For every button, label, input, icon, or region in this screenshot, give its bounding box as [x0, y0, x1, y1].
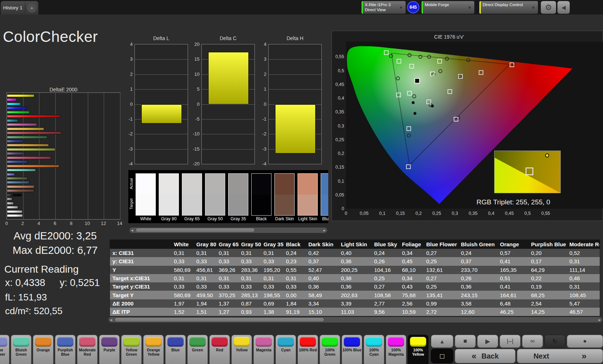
- refresh-button[interactable]: ↻: [544, 335, 565, 348]
- meter-dropdown[interactable]: X-Rite i1Pro 3 Direct View ▼: [362, 1, 406, 14]
- add-tab-button[interactable]: +: [27, 3, 37, 13]
- patch-button-label: Blue: [166, 348, 185, 352]
- table-value: 0,41: [497, 283, 529, 290]
- patch-button-bluish-green[interactable]: Bluish Green: [11, 335, 31, 364]
- table-value: 369,26: [216, 267, 239, 273]
- gridline: [135, 89, 188, 90]
- table-value: 0,19: [529, 283, 567, 290]
- table-scrollbar[interactable]: ◄ ►: [108, 317, 602, 322]
- gridline: [120, 93, 120, 219]
- patch-button-100-magenta[interactable]: 100% Magenta: [386, 335, 406, 364]
- chevron-down-icon[interactable]: ▼: [398, 4, 404, 11]
- stop-icon: ■: [463, 338, 467, 345]
- scroll-up-button[interactable]: ▲: [431, 335, 453, 348]
- stop-button[interactable]: ■: [455, 335, 476, 348]
- patch-button-100-green[interactable]: 100% Green: [320, 335, 340, 364]
- patch-button-magenta[interactable]: Magenta: [253, 335, 274, 364]
- play-button[interactable]: ▶: [477, 335, 498, 348]
- gridline: [135, 149, 188, 150]
- row-label: y: CIE31: [110, 258, 171, 264]
- scroll-left-icon[interactable]: ◄: [129, 228, 135, 233]
- patch-button-yellow-green[interactable]: Yellow Green: [121, 335, 142, 364]
- table-row: Target x:CIE310,310,310,310,310,310,310,…: [110, 274, 600, 282]
- table-value: 0,31: [239, 275, 261, 281]
- back-button[interactable]: « Back: [455, 349, 516, 363]
- patch-button-yellow[interactable]: Yellow: [231, 335, 252, 364]
- table-value: 0,00: [283, 292, 306, 298]
- y-tick-label: 2: [256, 72, 266, 77]
- gridline: [269, 59, 321, 60]
- measurement-table: WhiteGray 80Gray 65Gray 50Gray 35BlackDa…: [110, 239, 600, 316]
- patch-button-blue[interactable]: Blue: [165, 335, 186, 364]
- gear-icon: ⚙: [545, 3, 552, 12]
- patch-button-red[interactable]: Red: [209, 335, 230, 364]
- y-tick-label: -5: [189, 116, 200, 122]
- patch-button-cyan[interactable]: Cyan: [275, 335, 296, 364]
- record-button[interactable]: ●: [567, 335, 603, 348]
- table-value: 0,24: [458, 250, 497, 256]
- x-tick-label: 14: [114, 221, 126, 226]
- table-value: 0,43: [399, 283, 424, 290]
- chevron-down-icon[interactable]: ▼: [466, 4, 473, 11]
- swatch-target: [252, 195, 271, 216]
- patch-color-chip: [13, 337, 29, 347]
- y-tick-label: 15: [189, 56, 200, 62]
- bar-purplish-blue: [7, 160, 27, 163]
- patch-button-100-yellow[interactable]: 100% Yellow: [408, 335, 428, 364]
- scroll-right-icon[interactable]: ►: [597, 317, 602, 322]
- patch-button-purplish-blue[interactable]: Purplish Blue: [55, 335, 76, 364]
- tab-divider: [25, 3, 25, 13]
- patch-button-blue-flower[interactable]: Blue Flower: [0, 335, 9, 364]
- triangle-up-icon: ▲: [440, 338, 445, 344]
- table-value: 0,31: [194, 275, 216, 281]
- patch-button-green[interactable]: Green: [187, 335, 208, 364]
- continuous-measure-button[interactable]: ∞: [522, 335, 543, 348]
- pattern-size-button[interactable]: |–|: [500, 335, 521, 348]
- patch-button-100-blue[interactable]: 100% Blue: [342, 335, 362, 364]
- table-row: Y580,69456,81369,26283,36195,200,5552,47…: [110, 266, 600, 274]
- table-value: 6,48: [497, 300, 529, 307]
- next-button[interactable]: Next »: [517, 349, 603, 363]
- collapse-panel-button[interactable]: ◀: [557, 1, 570, 14]
- patch-button-100-red[interactable]: 100% Red: [298, 335, 318, 364]
- swatch-scrollbar[interactable]: ◄ ►: [129, 228, 327, 233]
- bar-gray-65: [7, 206, 18, 209]
- inset-target-dot: [545, 153, 549, 157]
- table-value: 15,10: [306, 309, 338, 315]
- scroll-left-icon[interactable]: ◄: [108, 317, 114, 322]
- swatch-actual: [321, 174, 328, 195]
- meter-status-indicator: [362, 1, 363, 14]
- patch-button-100-cyan[interactable]: 100% Cyan: [364, 335, 384, 364]
- table-value: 580,69: [171, 267, 194, 273]
- tab-history-1[interactable]: History 1: [1, 5, 25, 10]
- table-value: 0,33: [194, 258, 216, 264]
- cie-chromaticity-diagram: [346, 42, 603, 209]
- table-value: 46,25: [497, 309, 529, 315]
- cie-y-tick-label: 0,3: [331, 124, 344, 129]
- pattern-window-button[interactable]: □: [431, 349, 453, 363]
- swatch-scrollbar-thumb[interactable]: [136, 228, 255, 233]
- patch-button-orange-yellow[interactable]: Orange Yellow: [143, 335, 164, 364]
- workflow-dropdown[interactable]: Direct Display Control ▼: [479, 1, 538, 14]
- settings-button[interactable]: ⚙: [541, 1, 556, 14]
- table-value: 0,27: [372, 283, 399, 290]
- back-label: Back: [482, 352, 499, 360]
- table-value: 0,31: [171, 250, 194, 256]
- cie-y-tick-label: 0,45: [331, 82, 344, 87]
- table-value: 370,25: [216, 292, 239, 298]
- table-scrollbar-thumb[interactable]: [115, 317, 324, 322]
- column-header-orange: Orange: [497, 241, 529, 247]
- table-value: 233,70: [458, 267, 497, 273]
- patch-button-moderate-red[interactable]: Moderate Red: [77, 335, 98, 364]
- patch-button-orange[interactable]: Orange: [33, 335, 54, 364]
- scroll-right-icon[interactable]: ►: [322, 228, 327, 233]
- page-title: ColorChecker: [3, 28, 98, 46]
- patch-color-chip: [322, 337, 338, 347]
- patch-button-label: Blue Flower: [0, 348, 9, 356]
- swatch-actual: [205, 174, 225, 195]
- swatch-label: Black: [251, 216, 271, 221]
- chevron-down-icon[interactable]: ▼: [530, 4, 536, 11]
- source-dropdown[interactable]: Mobile Forge ▼: [422, 1, 474, 14]
- patch-button-purple[interactable]: Purple: [99, 335, 120, 364]
- table-value: 1,51: [194, 309, 216, 315]
